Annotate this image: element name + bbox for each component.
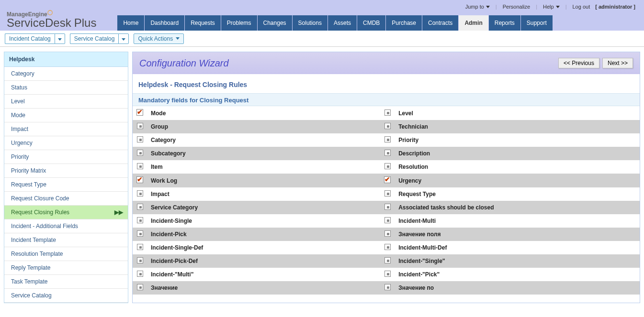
main-nav: Home Dashboard Requests Problems Changes… <box>117 15 553 31</box>
wizard-header: Configuration Wizard << Previous Next >> <box>133 52 640 74</box>
jump-to-link[interactable]: Jump to <box>463 4 493 10</box>
sidebar-item[interactable]: Resolution Template <box>4 247 128 261</box>
field-label: Request Type <box>395 187 640 201</box>
sidebar-item[interactable]: Category <box>4 67 128 81</box>
field-checkbox[interactable] <box>384 230 391 237</box>
field-checkbox[interactable] <box>384 284 391 290</box>
field-checkbox[interactable] <box>384 257 391 263</box>
sidebar-item[interactable]: Urgency <box>4 136 128 150</box>
previous-button[interactable]: << Previous <box>558 58 599 68</box>
sidebar: Helpdesk CategoryStatusLevelModeImpactUr… <box>4 52 128 303</box>
nav-reports[interactable]: Reports <box>489 15 521 31</box>
field-label: Level <box>395 106 640 120</box>
current-user-label: [ administrator ] <box>595 4 635 10</box>
help-link[interactable]: Help <box>540 4 563 10</box>
field-checkbox[interactable] <box>137 136 143 142</box>
nav-admin[interactable]: Admin <box>459 15 488 31</box>
sidebar-item[interactable]: Priority Matrix <box>4 164 128 178</box>
field-checkbox[interactable] <box>137 284 143 290</box>
sidebar-item[interactable]: Incident Template <box>4 233 128 247</box>
field-checkbox[interactable] <box>137 190 143 197</box>
field-label: Item <box>147 160 380 174</box>
main-panel: Configuration Wizard << Previous Next >>… <box>132 52 640 303</box>
field-row: GroupTechnician <box>133 120 640 133</box>
incident-catalog-combo[interactable]: Incident Catalog <box>5 33 65 44</box>
field-label: Technician <box>395 120 640 133</box>
service-catalog-combo[interactable]: Service Catalog <box>70 33 129 44</box>
sidebar-item[interactable]: Request Closure Code <box>4 192 128 206</box>
quick-actions-button[interactable]: Quick Actions <box>134 33 184 44</box>
sidebar-header: Helpdesk <box>4 52 128 67</box>
sidebar-item[interactable]: Request Type <box>4 178 128 192</box>
field-label: Incident-Multi <box>395 214 640 228</box>
next-button[interactable]: Next >> <box>602 58 633 68</box>
field-checkbox[interactable] <box>137 230 143 237</box>
field-label: Impact <box>147 187 380 201</box>
sidebar-item[interactable]: Task Template <box>4 275 128 289</box>
field-row: Incident-"Multi"Incident-"Pick" <box>133 268 640 281</box>
field-checkbox[interactable] <box>137 123 143 129</box>
field-checkbox[interactable] <box>384 176 391 183</box>
field-checkbox[interactable] <box>384 163 391 169</box>
field-checkbox[interactable] <box>137 271 143 277</box>
sidebar-item[interactable]: Level <box>4 95 128 109</box>
field-checkbox[interactable] <box>137 217 143 223</box>
nav-support[interactable]: Support <box>521 15 553 31</box>
field-checkbox[interactable] <box>384 150 391 156</box>
nav-requests[interactable]: Requests <box>185 15 221 31</box>
field-checkbox[interactable] <box>384 109 391 116</box>
nav-dashboard[interactable]: Dashboard <box>145 15 185 31</box>
field-label: Incident-Multi-Def <box>395 241 640 254</box>
field-row: Work LogUrgency <box>133 174 640 187</box>
sidebar-item[interactable]: Priority <box>4 150 128 164</box>
field-label: Incident-"Pick" <box>395 268 640 281</box>
field-checkbox[interactable] <box>137 204 143 210</box>
field-row: Incident-PickЗначение поля <box>133 228 640 241</box>
field-checkbox[interactable] <box>137 257 143 263</box>
sub-nav: Incident Catalog Service Catalog Quick A… <box>0 31 644 47</box>
field-label: Priority <box>395 133 640 147</box>
field-checkbox[interactable] <box>384 244 391 250</box>
sidebar-item[interactable]: Incident - Additional Fields <box>4 219 128 233</box>
field-label: Значение <box>147 281 380 295</box>
field-label: Incident-Pick-Def <box>147 254 380 268</box>
field-row: Incident-Single-DefIncident-Multi-Def <box>133 241 640 254</box>
field-label: Incident-Pick <box>147 228 380 241</box>
field-checkbox[interactable] <box>136 176 143 183</box>
field-label: Work Log <box>147 174 380 187</box>
field-checkbox[interactable] <box>137 150 143 156</box>
field-label: Incident-"Single" <box>395 254 640 268</box>
nav-problems[interactable]: Problems <box>221 15 258 31</box>
field-checkbox[interactable] <box>384 136 391 142</box>
field-checkbox[interactable] <box>384 204 391 210</box>
personalize-link[interactable]: Personalize <box>500 4 533 10</box>
nav-changes[interactable]: Changes <box>258 15 293 31</box>
ring-icon: ◯ <box>47 10 53 15</box>
nav-cmdb[interactable]: CMDB <box>357 15 386 31</box>
nav-contracts[interactable]: Contracts <box>422 15 459 31</box>
dropdown-arrow-icon <box>176 37 180 40</box>
nav-home[interactable]: Home <box>117 15 145 31</box>
field-checkbox[interactable] <box>384 123 391 129</box>
nav-assets[interactable]: Assets <box>328 15 357 31</box>
field-checkbox[interactable] <box>384 190 391 197</box>
wizard-title: Configuration Wizard <box>139 58 229 69</box>
field-label: Group <box>147 120 380 133</box>
field-checkbox[interactable] <box>384 217 391 223</box>
sidebar-item[interactable]: Service Catalog <box>4 289 128 303</box>
sidebar-item[interactable]: Status <box>4 81 128 95</box>
product-logo: ManageEngine◯ ServiceDesk Plus <box>0 10 103 31</box>
sidebar-item[interactable]: Reply Template <box>4 261 128 275</box>
nav-purchase[interactable]: Purchase <box>386 15 422 31</box>
sidebar-item[interactable]: Impact <box>4 122 128 136</box>
logout-link[interactable]: Log out [ administrator ] <box>570 4 639 10</box>
field-checkbox[interactable] <box>384 271 391 277</box>
field-checkbox[interactable] <box>137 163 143 169</box>
field-row: ImpactRequest Type <box>133 187 640 201</box>
field-label: Значение поля <box>395 228 640 241</box>
sidebar-item[interactable]: Mode <box>4 109 128 122</box>
nav-solutions[interactable]: Solutions <box>293 15 328 31</box>
field-checkbox[interactable] <box>136 109 143 116</box>
field-checkbox[interactable] <box>137 244 143 250</box>
sidebar-item[interactable]: Request Closing Rules▶▶ <box>4 206 128 219</box>
